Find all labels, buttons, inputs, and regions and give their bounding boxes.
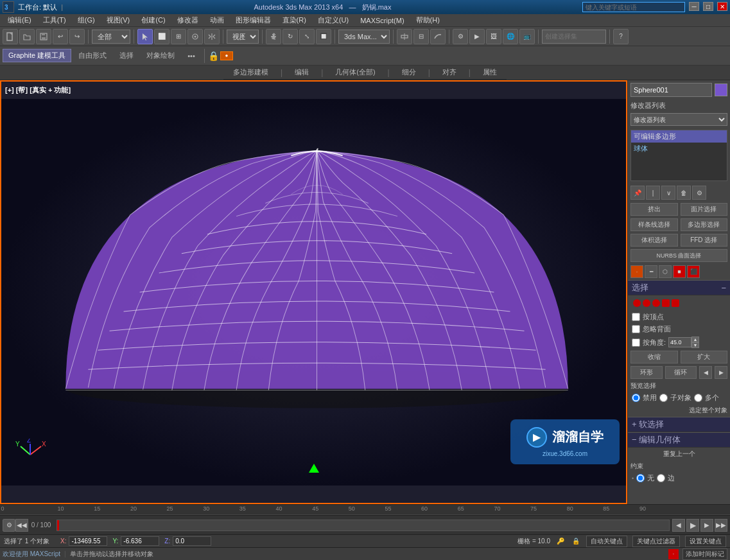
setkeys-btn[interactable]: 设置关键点 bbox=[685, 536, 726, 547]
poly-geom-btn[interactable]: 几何体(全部) bbox=[329, 66, 381, 79]
minimize-button[interactable]: ─ bbox=[689, 2, 699, 11]
loop-btn[interactable]: 循环 bbox=[665, 366, 697, 379]
poly-btn[interactable]: ■ bbox=[673, 265, 686, 278]
menu-edit[interactable]: 编辑(E) bbox=[3, 14, 37, 26]
poly-build-btn[interactable]: 多边形建模 bbox=[227, 66, 274, 79]
menu-render[interactable]: 直染(R) bbox=[277, 14, 311, 26]
autokey-btn[interactable]: 自动关键点 bbox=[586, 536, 627, 547]
snap-toggle[interactable] bbox=[187, 29, 203, 44]
viewport[interactable]: [+] [帮] [真实 + 功能] bbox=[0, 80, 627, 504]
coord-dropdown[interactable]: 3ds Max... bbox=[338, 30, 390, 44]
modifier-editable-poly[interactable]: 可编辑多边形 bbox=[631, 130, 727, 143]
angle-input[interactable] bbox=[668, 337, 691, 347]
preview-multi-radio[interactable] bbox=[694, 394, 702, 402]
open-button[interactable] bbox=[19, 29, 35, 44]
mirror-button[interactable] bbox=[204, 29, 220, 44]
object-paint-btn[interactable]: 对象绘制 bbox=[141, 49, 180, 62]
prev-frame-btn[interactable]: ◀ bbox=[672, 519, 685, 532]
object-name-input[interactable] bbox=[630, 83, 712, 97]
poly-subdiv-btn[interactable]: 细分 bbox=[396, 66, 422, 79]
edge-btn[interactable]: ━ bbox=[645, 265, 657, 278]
layer-button[interactable]: ⊟ bbox=[413, 29, 429, 44]
preview-subobj-radio[interactable] bbox=[659, 394, 668, 402]
menu-view[interactable]: 视图(V) bbox=[101, 14, 135, 26]
poly-align-btn[interactable]: 对齐 bbox=[437, 66, 462, 79]
poly-select-btn[interactable]: 多边形选择 bbox=[681, 218, 728, 231]
element-btn[interactable]: ⬛ bbox=[687, 265, 700, 278]
angle-down[interactable]: ▼ bbox=[691, 342, 699, 348]
modifier-dropdown[interactable]: 修改器列表 bbox=[630, 113, 727, 126]
next-frame-btn[interactable]: ▶ bbox=[700, 519, 713, 532]
menu-create[interactable]: 创建(C) bbox=[136, 14, 170, 26]
by-vertex-check[interactable] bbox=[632, 313, 640, 321]
modifier-stack[interactable]: 可编辑多边形 球体 bbox=[630, 130, 727, 181]
redo-button[interactable]: ↪ bbox=[69, 29, 85, 44]
timeline-bar[interactable] bbox=[56, 520, 670, 531]
menu-help[interactable]: 帮助(H) bbox=[411, 14, 445, 26]
curve-editor-button[interactable] bbox=[430, 29, 446, 44]
move-button[interactable] bbox=[266, 29, 281, 44]
remove-modifier-btn[interactable]: 🗑 bbox=[677, 186, 691, 200]
border-btn[interactable]: ⬡ bbox=[659, 265, 672, 278]
selection-set-input[interactable] bbox=[542, 30, 606, 44]
loop-arrow-btn[interactable]: ▶ bbox=[715, 366, 727, 379]
modifier-sphere[interactable]: 球体 bbox=[631, 143, 727, 155]
select-tool-button[interactable] bbox=[137, 29, 153, 44]
select-type-button[interactable]: ⊞ bbox=[171, 29, 186, 44]
render-frame-button[interactable]: 🖼 bbox=[486, 29, 501, 44]
by-angle-check[interactable] bbox=[632, 338, 640, 347]
shrink-btn[interactable]: 收缩 bbox=[630, 351, 678, 363]
menu-animation[interactable]: 动画 bbox=[205, 14, 229, 26]
poly-edit-btn[interactable]: 编辑 bbox=[289, 66, 315, 79]
frame-prev-btn[interactable]: ◀◀ bbox=[15, 519, 28, 532]
spline-select-btn[interactable]: 样条线选择 bbox=[630, 218, 678, 231]
search-input[interactable] bbox=[582, 2, 685, 12]
scale-button[interactable]: ⤡ bbox=[299, 29, 315, 44]
render-settings-button[interactable]: ⚙ bbox=[453, 29, 468, 44]
ignore-backface-check[interactable] bbox=[632, 325, 640, 333]
pin-stack-btn[interactable]: 📌 bbox=[630, 186, 645, 200]
help-button[interactable]: ? bbox=[613, 29, 629, 44]
poly-attr-btn[interactable]: 属性 bbox=[477, 66, 503, 79]
record-btn[interactable]: ● bbox=[220, 51, 233, 60]
close-button[interactable]: ✕ bbox=[717, 2, 727, 11]
nurbs-select-btn[interactable]: NURBS 曲面选择 bbox=[630, 249, 727, 262]
selection-btn[interactable]: 选择 bbox=[114, 49, 139, 62]
select-region-button[interactable]: ⬜ bbox=[154, 29, 169, 44]
ffd-select-btn[interactable]: FFD 选择 bbox=[681, 234, 728, 247]
quick-render-button[interactable]: ▶ bbox=[469, 29, 485, 44]
vertex-btn[interactable]: · bbox=[630, 265, 643, 278]
vol-select-btn[interactable]: 体积选择 bbox=[630, 234, 678, 247]
menu-group[interactable]: 组(G) bbox=[73, 14, 100, 26]
manipulate-button[interactable]: 🔲 bbox=[316, 29, 331, 44]
face-select-btn[interactable]: 面片选择 bbox=[681, 203, 728, 216]
repeat-last-btn[interactable]: 重复上一个 bbox=[628, 448, 730, 460]
save-button[interactable] bbox=[36, 29, 51, 44]
new-button[interactable] bbox=[3, 29, 18, 44]
grow-btn[interactable]: 扩大 bbox=[681, 351, 728, 363]
last-frame-btn[interactable]: ▶▶ bbox=[715, 519, 727, 532]
menu-graph-editor[interactable]: 图形编辑器 bbox=[230, 14, 276, 26]
menu-modifier[interactable]: 修改器 bbox=[172, 14, 204, 26]
render-window-button[interactable]: 📺 bbox=[519, 29, 535, 44]
keyfilter-btn[interactable]: 关键点过滤器 bbox=[632, 536, 680, 547]
ring-arrow-btn[interactable]: ◀ bbox=[699, 366, 712, 379]
menu-customize[interactable]: 自定义(U) bbox=[313, 14, 354, 26]
freeform-btn[interactable]: 自由形式 bbox=[73, 49, 112, 62]
more-btn[interactable]: ••• bbox=[182, 50, 201, 62]
menu-maxscript[interactable]: MAXScript(M) bbox=[355, 15, 409, 26]
preview-disabled-radio[interactable] bbox=[632, 394, 640, 402]
view-dropdown[interactable]: 视图 bbox=[227, 30, 259, 44]
extrude-btn[interactable]: 挤出 bbox=[630, 203, 678, 216]
angle-up[interactable]: ▲ bbox=[691, 337, 699, 342]
maximize-button[interactable]: □ bbox=[703, 2, 713, 11]
timeline-settings-btn[interactable]: ⚙ bbox=[3, 519, 15, 532]
constraint-none-radio[interactable] bbox=[636, 474, 645, 482]
undo-button[interactable]: ↩ bbox=[53, 29, 68, 44]
ring-btn[interactable]: 环形 bbox=[630, 366, 663, 379]
filter-dropdown[interactable]: 全部 bbox=[92, 30, 130, 44]
align-button[interactable] bbox=[397, 29, 412, 44]
show-end-result-btn[interactable]: | bbox=[646, 186, 660, 200]
menu-tools[interactable]: 工具(T) bbox=[38, 14, 71, 26]
selection-collapse[interactable]: − bbox=[721, 283, 726, 293]
